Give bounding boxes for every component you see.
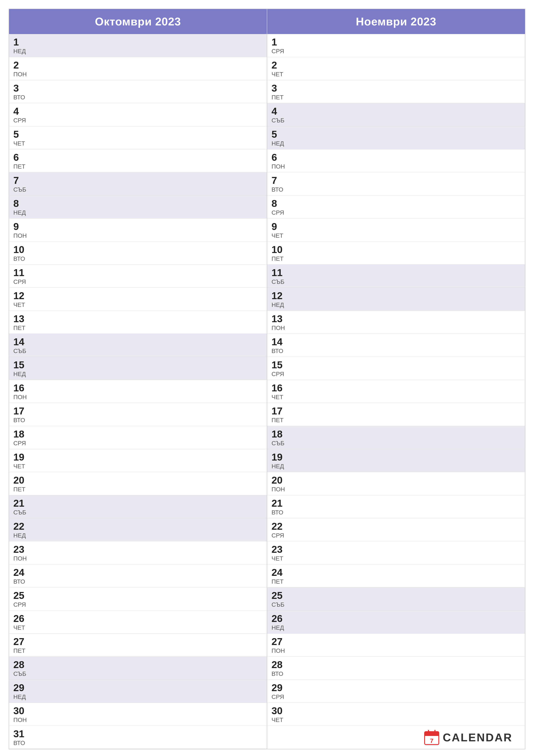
day-number: 28	[271, 660, 283, 670]
day-row: 6ПОН	[267, 149, 525, 173]
day-info: 19НЕД	[271, 452, 284, 470]
day-name: ВТО	[13, 94, 25, 101]
day-row: 11СЪБ	[267, 265, 525, 288]
day-row: 9ПОН	[9, 219, 267, 242]
day-number: 26	[13, 613, 25, 623]
day-number: 19	[271, 452, 284, 462]
day-info: 9ПОН	[13, 222, 27, 239]
day-row: 2ЧЕТ	[267, 57, 525, 80]
day-name: ВТО	[271, 186, 283, 193]
day-number: 15	[271, 360, 284, 370]
day-name: НЕД	[13, 371, 26, 378]
day-number: 10	[271, 245, 284, 255]
day-row: 9ЧЕТ	[267, 219, 525, 242]
day-name: СЪБ	[271, 117, 285, 124]
day-row: 16ЧЕТ	[267, 380, 525, 403]
day-row: 10ВТО	[9, 242, 267, 265]
day-name: ПЕТ	[271, 256, 284, 262]
day-row: 16ПОН	[9, 380, 267, 403]
day-name: ПЕТ	[271, 94, 284, 101]
day-row: 15НЕД	[9, 357, 267, 380]
day-row: 18СРЯ	[9, 426, 267, 449]
day-name: НЕД	[13, 209, 26, 216]
day-name: ПЕТ	[13, 647, 25, 654]
day-number: 29	[271, 683, 284, 693]
day-number: 16	[271, 383, 283, 393]
day-row: 4СРЯ	[9, 103, 267, 126]
day-row: 5НЕД	[267, 126, 525, 149]
day-row: 2ПОН	[9, 57, 267, 80]
logo-area: 7 CALENDAR	[424, 730, 513, 745]
day-row: 20ПОН	[267, 472, 525, 495]
svg-rect-2	[425, 734, 439, 736]
day-info: 11СРЯ	[13, 268, 26, 285]
day-number: 3	[13, 83, 25, 93]
day-info: 2ПОН	[13, 60, 27, 78]
day-info: 22НЕД	[13, 521, 26, 539]
day-name: СЪБ	[271, 440, 285, 447]
day-row: 5ЧЕТ	[9, 126, 267, 149]
day-number: 8	[271, 199, 284, 208]
day-name: ПОН	[13, 394, 27, 401]
day-number: 20	[271, 475, 285, 485]
day-row: 24ВТО	[9, 564, 267, 587]
calendar-container: Октомври 20231НЕД2ПОН3ВТО4СРЯ5ЧЕТ6ПЕТ7СЪ…	[9, 9, 525, 749]
day-number: 4	[271, 106, 285, 116]
day-info: 4СЪБ	[271, 106, 285, 124]
day-number: 29	[13, 683, 26, 693]
day-number: 18	[13, 429, 26, 439]
day-row: 20ПЕТ	[9, 472, 267, 495]
day-number: 9	[13, 222, 27, 231]
day-number: 14	[13, 337, 26, 347]
day-row: 30ЧЕТ	[267, 703, 525, 726]
day-number: 28	[13, 660, 26, 670]
day-number: 25	[13, 590, 26, 600]
day-number: 7	[271, 176, 283, 185]
day-name: СРЯ	[271, 209, 284, 216]
day-row: 29СРЯ	[267, 680, 525, 703]
day-info: 14ВТО	[271, 337, 283, 355]
day-name: ЧЕТ	[13, 624, 25, 631]
day-name: ЧЕТ	[13, 302, 25, 309]
day-number: 1	[13, 37, 26, 47]
day-name: СЪБ	[13, 348, 26, 355]
day-row: 12НЕД	[267, 288, 525, 311]
day-row: 14ВТО	[267, 334, 525, 357]
day-info: 8СРЯ	[271, 199, 284, 216]
day-info: 15НЕД	[13, 360, 26, 378]
day-name: СРЯ	[13, 279, 26, 285]
day-number: 24	[13, 567, 25, 577]
day-name: СЪБ	[13, 509, 26, 516]
day-name: ВТО	[271, 509, 283, 516]
month-column-october: Октомври 20231НЕД2ПОН3ВТО4СРЯ5ЧЕТ6ПЕТ7СЪ…	[9, 9, 267, 749]
day-name: ВТО	[271, 348, 283, 355]
day-info: 5ЧЕТ	[13, 129, 25, 147]
day-row: 24ПЕТ	[267, 564, 525, 587]
day-number: 1	[271, 37, 284, 47]
day-number: 22	[271, 521, 284, 531]
day-name: ПОН	[13, 555, 27, 562]
day-name: ВТО	[271, 670, 283, 677]
day-info: 6ПОН	[271, 152, 285, 170]
day-info: 30ЧЕТ	[271, 706, 283, 723]
day-name: ПЕТ	[271, 578, 284, 585]
day-info: 17ВТО	[13, 406, 25, 424]
day-row: 27ПОН	[267, 634, 525, 657]
day-info: 13ПОН	[271, 314, 285, 332]
day-name: ЧЕТ	[13, 140, 25, 147]
day-name: СЪБ	[13, 670, 26, 677]
day-name: СЪБ	[271, 279, 285, 285]
day-row: 21ВТО	[267, 495, 525, 518]
day-info: 10ПЕТ	[271, 245, 284, 262]
day-info: 1СРЯ	[271, 37, 284, 55]
day-row: 7СЪБ	[9, 173, 267, 196]
day-number: 21	[271, 498, 283, 508]
day-row: 17ВТО	[9, 403, 267, 426]
day-row: 31ВТО	[9, 726, 267, 749]
day-row: 18СЪБ	[267, 426, 525, 449]
day-row: 13ПЕТ	[9, 311, 267, 334]
day-number: 2	[13, 60, 27, 70]
day-name: СРЯ	[271, 693, 284, 700]
day-name: ПЕТ	[271, 417, 284, 424]
day-row: 22НЕД	[9, 518, 267, 541]
